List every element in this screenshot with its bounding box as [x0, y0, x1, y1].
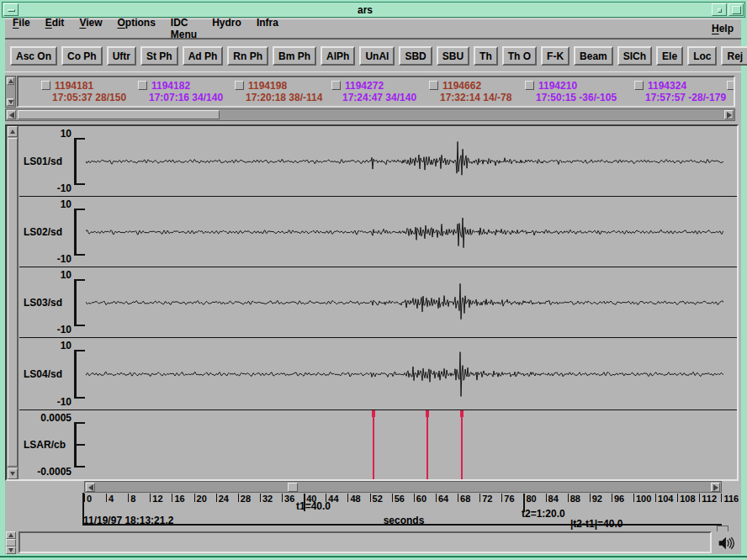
event-list-vertical-scrollbar[interactable]: [5, 76, 16, 108]
axis-tick: [238, 494, 239, 502]
axis-tick: [150, 494, 151, 502]
scroll-up-button[interactable]: [7, 77, 14, 85]
axis-tick-label: 56: [395, 494, 405, 504]
scale-tick: [74, 422, 85, 424]
toolbar-button-sich[interactable]: SICh: [617, 46, 652, 66]
toolbar-button-unal[interactable]: UnAl: [359, 46, 395, 66]
toolbar-button-f-k[interactable]: F-K: [541, 46, 570, 66]
scale-max-label: 10: [19, 340, 72, 351]
toolbar-button-uftr[interactable]: Uftr: [107, 46, 136, 66]
event-id[interactable]: 1194181: [55, 80, 93, 92]
event-checkbox[interactable]: [331, 81, 341, 90]
toolbar-button-th[interactable]: Th: [474, 46, 498, 66]
axis-tick-label: 60: [416, 494, 426, 504]
axis-tick: [414, 494, 415, 502]
axis-tick-label: 84: [548, 494, 559, 504]
minimize-icon: [718, 8, 722, 13]
message-field[interactable]: [19, 531, 712, 553]
phase-pick-line[interactable]: [373, 410, 374, 479]
scroll-left-button[interactable]: [86, 483, 95, 492]
scroll-down-button[interactable]: [8, 468, 18, 479]
scrollbar-thumb[interactable]: [18, 110, 220, 119]
event-checkbox[interactable]: [41, 81, 50, 90]
message-scroller[interactable]: [6, 531, 17, 554]
scroller-grip[interactable]: [6, 539, 16, 547]
waveform-row-lsar-cb[interactable]: LSAR/cb0.0005-0.0005: [19, 410, 737, 479]
menu-item-file[interactable]: File: [5, 14, 38, 43]
menu-item-view[interactable]: View: [72, 14, 109, 43]
waveform-row-ls03-sd[interactable]: LS03/sd10-10: [19, 267, 737, 338]
toolbar-button-co-ph[interactable]: Co Ph: [61, 46, 103, 66]
seismogram-trace[interactable]: [86, 126, 723, 197]
scroll-left-button[interactable]: [7, 110, 16, 119]
toolbar-button-beam[interactable]: Beam: [574, 46, 613, 66]
toolbar-button-rej[interactable]: Rej: [721, 46, 747, 66]
seismogram-trace[interactable]: [86, 197, 723, 267]
toolbar-button-loc[interactable]: Loc: [687, 46, 717, 66]
toolbar-button-sbd[interactable]: SBD: [399, 46, 432, 66]
waveform-row-ls02-sd[interactable]: LS02/sd10-10: [19, 197, 737, 267]
scale-max-label: 10: [19, 198, 72, 210]
menu-item-infra[interactable]: Infra: [249, 14, 286, 43]
scroll-down-button[interactable]: [7, 98, 14, 106]
toolbar-button-ad-ph[interactable]: Ad Ph: [183, 46, 224, 66]
toolbar-button-sbu[interactable]: SBU: [437, 46, 469, 66]
axis-tick: [633, 494, 634, 502]
toolbar-button-asc-on[interactable]: Asc On: [10, 46, 57, 66]
channel-label: LS03/sd: [24, 297, 62, 309]
phase-pick-line[interactable]: [461, 410, 463, 479]
toolbar-button-th-o[interactable]: Th O: [502, 46, 537, 66]
toolbar-button-rn-ph[interactable]: Rn Ph: [227, 46, 268, 66]
scroll-right-button[interactable]: [724, 110, 734, 119]
audio-button[interactable]: [713, 531, 737, 554]
event-checkbox[interactable]: [235, 81, 244, 90]
scrollbar-thumb[interactable]: [8, 138, 18, 467]
event-id[interactable]: 1194210: [538, 80, 577, 92]
axis-tick-label: 20: [197, 494, 207, 504]
event-id[interactable]: 1194272: [345, 80, 384, 92]
waveform-row-ls01-sd[interactable]: LS01/sd10-10: [19, 126, 737, 197]
axis-tick: [458, 494, 458, 502]
event-id[interactable]: 1194662: [442, 80, 481, 92]
menu-item-options[interactable]: Options: [110, 14, 163, 43]
phase-pick-line[interactable]: [426, 410, 428, 479]
maximize-button[interactable]: [728, 3, 744, 16]
event-id[interactable]: 1194324: [648, 80, 686, 92]
scroll-down-button[interactable]: [6, 547, 16, 554]
toolbar-button-st-ph[interactable]: St Ph: [140, 46, 178, 66]
minimize-button[interactable]: [712, 3, 727, 16]
event-checkbox[interactable]: [429, 81, 438, 90]
amplitude-scale-bracket: [74, 138, 77, 185]
seismogram-trace[interactable]: [86, 267, 723, 338]
scroll-right-button[interactable]: [711, 483, 720, 492]
axis-tick-label: 0: [87, 494, 92, 504]
menu-item-help[interactable]: Help: [704, 20, 741, 37]
scale-tick: [74, 254, 85, 256]
scroll-up-button[interactable]: [6, 531, 16, 539]
event-checkbox[interactable]: [727, 81, 735, 90]
scale-min-label: -10: [19, 182, 72, 194]
axis-tick: [655, 494, 656, 502]
event-checkbox[interactable]: [525, 81, 534, 90]
event-id[interactable]: 1194182: [151, 80, 190, 92]
waveform-rows: LS01/sd10-10LS02/sd10-10LS03/sd10-10LS04…: [19, 126, 737, 479]
waveform-vertical-scrollbar[interactable]: [7, 126, 19, 479]
waveform-row-ls04-sd[interactable]: LS04/sd10-10: [19, 338, 737, 410]
axis-tick-label: 24: [219, 494, 229, 504]
toolbar-button-ele[interactable]: Ele: [656, 46, 683, 66]
toolbar-button-bm-ph[interactable]: Bm Ph: [273, 46, 316, 66]
scrollbar-thumb[interactable]: [288, 483, 298, 492]
menu-item-edit[interactable]: Edit: [38, 14, 72, 43]
event-checkbox[interactable]: [138, 81, 147, 90]
event-id[interactable]: 1194198: [248, 80, 287, 92]
time-axis-scrollbar[interactable]: [84, 481, 722, 493]
axis-tick-label: 36: [284, 494, 294, 504]
menu-item-hydro[interactable]: Hydro: [204, 14, 249, 43]
menu-item-idc-menu[interactable]: IDC Menu: [163, 14, 204, 43]
event-checkbox[interactable]: [634, 81, 644, 90]
toolbar-button-alph[interactable]: AlPh: [321, 46, 355, 66]
seismogram-trace[interactable]: [86, 338, 723, 410]
event-list-horizontal-scrollbar[interactable]: [5, 108, 735, 121]
scroll-up-button[interactable]: [8, 126, 18, 137]
axis-tick-label: 28: [241, 494, 251, 504]
